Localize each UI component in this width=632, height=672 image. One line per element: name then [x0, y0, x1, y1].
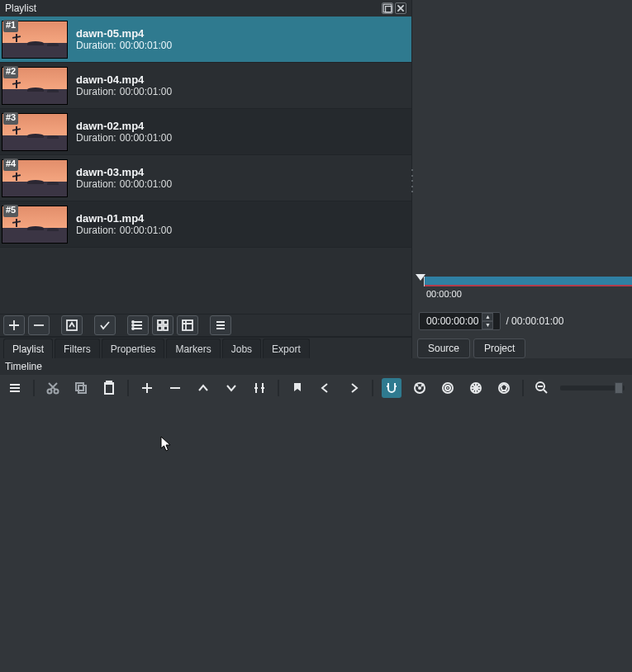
svg-point-3 [132, 321, 134, 323]
svg-rect-14 [78, 386, 86, 393]
tab-markers[interactable]: Markers [166, 338, 220, 358]
snap-button[interactable] [382, 378, 402, 398]
tab-label: Filters [64, 343, 91, 355]
preview-tabs: Source Project [412, 335, 632, 358]
playlist-item[interactable]: #4 dawn-03.mp4 Duration: 00:00:01:00 [0, 155, 411, 201]
playlist-item[interactable]: #2 dawn-04.mp4 Duration: 00:00:01:00 [0, 63, 411, 109]
tab-playlist[interactable]: Playlist [3, 338, 53, 358]
playlist-item[interactable]: #1 dawn-05.mp4 Duration: 00:00:01:00 [0, 17, 411, 63]
scrubber-track[interactable] [424, 277, 632, 286]
playlist-index-badge: #4 [3, 159, 18, 171]
svg-point-18 [418, 386, 421, 390]
tab-label: Project [484, 343, 515, 354]
playlist-index-badge: #3 [3, 112, 18, 125]
cut-button[interactable] [43, 378, 63, 398]
playlist-item-name: dawn-01.mp4 [76, 212, 172, 225]
ripple-all-button[interactable] [466, 378, 486, 398]
view-tiles-button[interactable] [152, 315, 173, 335]
detach-panel-icon[interactable] [382, 2, 393, 14]
playlist-title: Playlist [5, 2, 380, 14]
duration-value: 00:00:01:00 [120, 86, 172, 97]
playlist-item[interactable]: #5 dawn-01.mp4 Duration: 00:00:01:00 [0, 201, 411, 248]
remove-button[interactable] [28, 315, 50, 335]
timeline-toolbar [0, 375, 632, 401]
append-button[interactable] [137, 378, 157, 398]
svg-rect-0 [383, 4, 392, 12]
duration-value: 00:00:01:00 [120, 132, 172, 144]
zoom-slider-knob[interactable] [615, 382, 623, 394]
tab-properties[interactable]: Properties [102, 338, 165, 358]
tab-jobs[interactable]: Jobs [222, 338, 261, 358]
timeline-canvas[interactable] [0, 401, 632, 672]
view-details-button[interactable] [177, 315, 198, 335]
playlist-index-badge: #5 [3, 205, 18, 217]
playlist-header: Playlist [0, 0, 411, 17]
timecode-spin-down[interactable]: ▼ [482, 321, 493, 329]
next-marker-button[interactable] [344, 378, 364, 398]
scrubber-time: 00:00:00 [426, 289, 462, 299]
tab-label: Export [272, 343, 301, 355]
playlist-item[interactable]: #3 dawn-02.mp4 Duration: 00:00:01:00 [0, 109, 411, 155]
close-panel-icon[interactable] [395, 2, 406, 14]
overwrite-button[interactable] [221, 378, 241, 398]
duration-label: Duration: [76, 178, 116, 190]
ripple-button[interactable] [438, 378, 458, 398]
playlist-item-name: dawn-03.mp4 [76, 166, 172, 178]
timecode-total: / 00:00:01:00 [506, 315, 563, 327]
svg-rect-7 [164, 320, 168, 324]
copy-button[interactable] [71, 378, 91, 398]
playlist-index-badge: #2 [3, 66, 18, 78]
duration-label: Duration: [76, 225, 116, 236]
duration-label: Duration: [76, 86, 116, 97]
timeline-panel: Timeline [0, 358, 632, 672]
playlist-index-badge: #1 [3, 20, 18, 32]
lift-button[interactable] [193, 378, 213, 398]
mouse-cursor-icon [160, 436, 172, 452]
update-button[interactable] [61, 315, 83, 335]
svg-rect-6 [158, 320, 162, 324]
paste-button[interactable] [99, 378, 119, 398]
svg-rect-16 [107, 381, 112, 384]
timecode-current-value: 00:00:00:00 [426, 315, 478, 327]
svg-rect-13 [76, 383, 83, 390]
playlist-item-name: dawn-02.mp4 [76, 120, 172, 132]
prev-marker-button[interactable] [316, 378, 335, 398]
remove-clip-button[interactable] [165, 378, 185, 398]
marker-button[interactable] [287, 378, 307, 398]
svg-rect-1 [386, 7, 392, 12]
zoom-out-button[interactable] [532, 378, 552, 398]
view-list-button[interactable] [127, 315, 149, 335]
tab-export[interactable]: Export [263, 338, 310, 358]
tab-project[interactable]: Project [473, 338, 525, 358]
playlist-item-name: dawn-05.mp4 [76, 27, 172, 40]
tab-label: Jobs [231, 343, 252, 355]
svg-rect-10 [183, 320, 192, 330]
tab-filters[interactable]: Filters [55, 338, 100, 358]
svg-point-4 [132, 324, 134, 326]
menu-button[interactable] [210, 315, 231, 335]
preview-scrubber[interactable]: 00:00:00 [412, 274, 632, 307]
duration-value: 00:00:01:00 [120, 40, 172, 51]
preview-canvas[interactable] [412, 0, 632, 274]
playlist-panel: Playlist #1 dawn-05.mp4 Duration: [0, 0, 412, 358]
preview-controls: 00:00:00:00 ▲ ▼ / 00:00:01:00 [412, 307, 632, 335]
preview-splitter-handle[interactable] [410, 169, 414, 192]
svg-point-21 [447, 387, 449, 389]
ripple-markers-button[interactable] [494, 378, 514, 398]
timecode-spin-up[interactable]: ▲ [482, 313, 493, 321]
playlist-item-name: dawn-04.mp4 [76, 73, 172, 86]
add-button[interactable] [3, 315, 25, 335]
timeline-title: Timeline [5, 361, 42, 372]
duration-label: Duration: [76, 40, 116, 51]
app-tabs: Playlist Filters Properties Markers Jobs… [0, 337, 411, 358]
scrub-audio-button[interactable] [410, 378, 430, 398]
duration-value: 00:00:01:00 [120, 178, 172, 190]
playlist-toolbar [0, 314, 411, 337]
split-button[interactable] [249, 378, 269, 398]
svg-point-5 [132, 328, 134, 329]
zoom-slider[interactable] [560, 386, 625, 390]
tab-source[interactable]: Source [417, 338, 470, 358]
timecode-current[interactable]: 00:00:00:00 ▲ ▼ [419, 312, 501, 330]
timeline-menu-button[interactable] [5, 378, 25, 398]
check-button[interactable] [94, 315, 116, 335]
